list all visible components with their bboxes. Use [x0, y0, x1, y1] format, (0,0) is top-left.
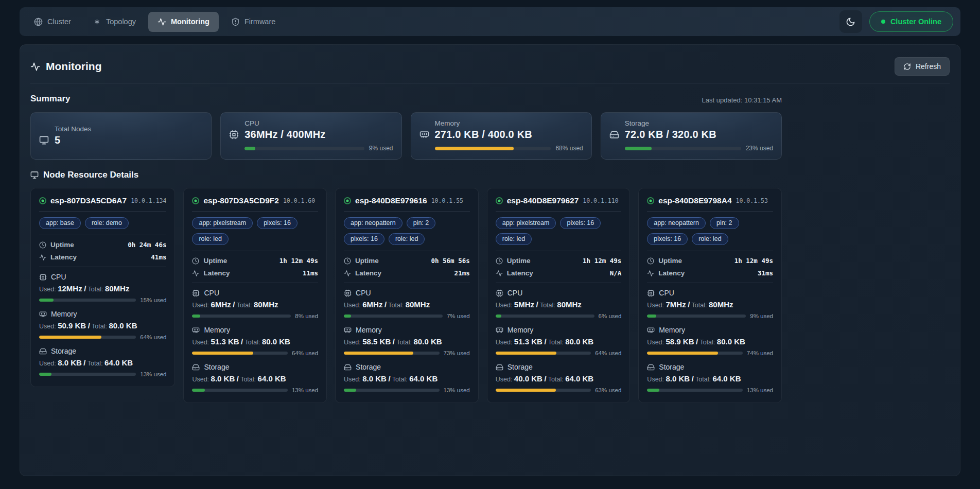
node-tag: pixels: 16 — [647, 233, 688, 245]
resource-section-cpu: CPU Used: 12MHz / Total: 80MHz 15% used — [39, 273, 166, 303]
nav-tab-firmware[interactable]: Firmware — [222, 12, 285, 32]
latency-value: 41ms — [151, 253, 166, 261]
page-title: Monitoring — [30, 60, 101, 73]
node-card: esp-840D8E979627 10.0.1.110 app: pixelst… — [487, 188, 631, 403]
resource-sections: CPU Used: 7MHz / Total: 80MHz 9% used Me… — [647, 289, 773, 393]
summary-card-value: 72.0 KB / 320.0 KB — [625, 129, 773, 141]
activity-icon — [30, 62, 40, 72]
nodes-header-row: Node Resource Details — [30, 170, 782, 180]
resource-section-cpu: CPU Used: 7MHz / Total: 80MHz 9% used — [647, 289, 773, 319]
clock-icon — [192, 257, 199, 265]
progress-bar — [344, 315, 443, 318]
content-area: Summary Last updated: 10:31:15 AM Total … — [30, 94, 782, 403]
node-tag: role: demo — [85, 217, 129, 229]
progress-bar — [435, 147, 551, 150]
summary-card-total-nodes: Total Nodes 5 — [30, 112, 212, 160]
resource-sections: CPU Used: 5MHz / Total: 80MHz 6% used Me… — [496, 289, 622, 393]
node-card: esp-807D3A5CD6A7 10.0.1.134 app: baserol… — [30, 188, 175, 387]
resource-usage: Used: 7MHz / Total: 80MHz — [647, 300, 773, 309]
refresh-button[interactable]: Refresh — [895, 57, 950, 76]
latency-value: 11ms — [303, 269, 318, 277]
nodes-heading: Node Resource Details — [30, 170, 138, 180]
summary-card-storage: Storage 72.0 KB / 320.0 KB 23% used — [601, 112, 782, 160]
uptime-row: Uptime 1h 12m 49s — [496, 257, 622, 265]
summary-card-label: Memory — [435, 119, 583, 127]
node-tag: app: pixelstream — [496, 217, 556, 229]
activity-icon — [496, 270, 503, 277]
node-tags: app: neopatternpin: 2pixels: 16role: led — [647, 217, 773, 245]
cpu-icon — [647, 289, 655, 297]
resource-section-memory: Memory Used: 51.3 KB / Total: 80.0 KB 64… — [496, 326, 622, 356]
resource-label: Memory — [356, 326, 382, 334]
node-tag: pin: 2 — [710, 217, 739, 229]
percent-used-label: 68% used — [555, 145, 583, 152]
activity-icon — [157, 18, 166, 26]
summary-card-value: 271.0 KB / 400.0 KB — [435, 129, 583, 141]
node-name: esp-840D8E9798A4 — [658, 196, 731, 205]
theme-toggle-button[interactable] — [839, 10, 862, 33]
resource-usage: Used: 8.0 KB / Total: 64.0 KB — [344, 374, 470, 383]
percent-used-label: 64% used — [140, 334, 166, 340]
node-header: esp-840D8E979627 10.0.1.110 — [496, 196, 622, 205]
nav-tab-cluster[interactable]: Cluster — [25, 12, 80, 32]
cluster-status-badge[interactable]: Cluster Online — [869, 11, 953, 32]
node-status-icon — [496, 197, 503, 204]
resource-section-cpu: CPU Used: 6MHz / Total: 80MHz 8% used — [192, 289, 318, 319]
node-card: esp-840D8E9798A4 10.0.1.53 app: neopatte… — [638, 188, 782, 403]
resource-label: Memory — [51, 310, 77, 318]
uptime-value: 0h 24m 46s — [128, 241, 166, 249]
percent-used-label: 63% used — [595, 387, 621, 393]
percent-used-label: 13% used — [444, 387, 470, 393]
summary-header-row: Summary Last updated: 10:31:15 AM — [30, 94, 782, 104]
latency-value: 21ms — [454, 269, 470, 277]
summary-card-memory: Memory 271.0 KB / 400.0 KB 68% used — [411, 112, 592, 160]
resource-section-memory: Memory Used: 51.3 KB / Total: 80.0 KB 64… — [192, 326, 318, 356]
summary-card-label: Storage — [625, 119, 773, 127]
memory-icon — [39, 310, 47, 318]
node-status-icon — [647, 197, 654, 204]
resource-section-cpu: CPU Used: 5MHz / Total: 80MHz 6% used — [496, 289, 622, 319]
nav-tab-monitoring[interactable]: Monitoring — [148, 12, 219, 32]
percent-used-label: 64% used — [292, 350, 318, 356]
summary-cards-grid: Total Nodes 5 CPU 36MHz / 400MHz 9% used… — [30, 112, 782, 160]
nav-tab-topology[interactable]: Topology — [83, 12, 145, 32]
last-updated-label: Last updated: 10:31:15 AM — [702, 96, 782, 104]
resource-label: CPU — [204, 289, 219, 297]
node-tag: role: led — [496, 233, 532, 245]
percent-used-label: 13% used — [747, 387, 773, 393]
node-tags: app: pixelstreampixels: 16role: led — [192, 217, 318, 245]
node-name: esp-807D3A5CD6A7 — [50, 196, 127, 205]
resource-section-memory: Memory Used: 58.9 KB / Total: 80.0 KB 74… — [647, 326, 773, 356]
resource-section-memory: Memory Used: 50.9 KB / Total: 80.0 KB 64… — [39, 310, 166, 340]
resource-label: Memory — [659, 326, 685, 334]
latency-row: Latency 31ms — [647, 269, 773, 277]
node-tag: pixels: 16 — [560, 217, 601, 229]
storage-icon — [647, 363, 655, 371]
latency-value: N/A — [610, 269, 622, 277]
resource-usage: Used: 8.0 KB / Total: 64.0 KB — [39, 358, 166, 367]
progress-bar — [192, 389, 287, 392]
percent-used-label: 7% used — [447, 313, 470, 319]
node-card: esp-840D8E979616 10.0.1.55 app: neopatte… — [335, 188, 479, 403]
resource-usage: Used: 12MHz / Total: 80MHz — [39, 284, 166, 293]
summary-card-label: Total Nodes — [55, 125, 203, 133]
nav-right: Cluster Online — [839, 10, 953, 33]
progress-bar — [496, 389, 591, 392]
cpu-icon — [344, 289, 352, 297]
resource-usage: Used: 58.9 KB / Total: 80.0 KB — [647, 337, 773, 346]
summary-heading: Summary — [30, 94, 70, 104]
percent-used-label: 74% used — [747, 350, 773, 356]
resource-sections: CPU Used: 12MHz / Total: 80MHz 15% used … — [39, 273, 166, 377]
summary-progress-row: 9% used — [244, 145, 393, 152]
progress-bar — [192, 315, 291, 318]
node-tag: role: led — [692, 233, 728, 245]
latency-row: Latency N/A — [496, 269, 622, 277]
latency-row: Latency 41ms — [39, 253, 166, 261]
uptime-value: 1h 12m 49s — [583, 257, 621, 265]
resource-label: CPU — [659, 289, 674, 297]
node-tags: app: neopatternpin: 2pixels: 16role: led — [344, 217, 470, 245]
cpu-icon — [39, 273, 47, 281]
node-tag: app: neopattern — [344, 217, 402, 229]
resource-label: Storage — [659, 363, 684, 371]
node-tag: pin: 2 — [407, 217, 436, 229]
